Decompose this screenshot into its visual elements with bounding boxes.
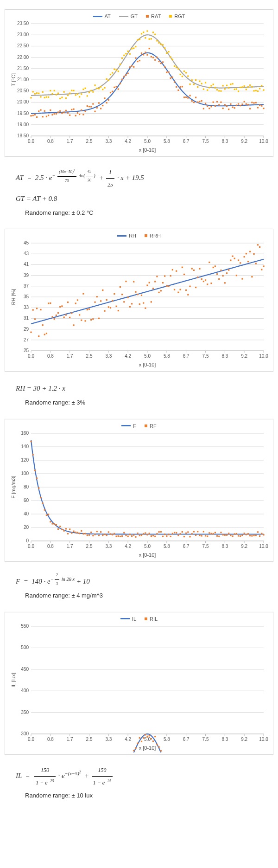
svg-rect-174 [34, 93, 36, 95]
svg-rect-385 [110, 307, 111, 309]
svg-rect-582 [166, 535, 167, 537]
svg-rect-271 [222, 85, 224, 86]
svg-rect-344 [30, 332, 32, 333]
svg-rect-170 [261, 105, 262, 107]
svg-rect-183 [51, 93, 53, 95]
svg-rect-274 [228, 87, 229, 89]
svg-text:8.3: 8.3 [221, 139, 228, 144]
series-label: RF [150, 423, 157, 429]
legend: AT GT RAT RGT [9, 13, 269, 19]
svg-rect-527 [59, 526, 61, 527]
svg-rect-246 [174, 65, 175, 67]
svg-rect-384 [108, 307, 109, 308]
svg-rect-438 [213, 267, 214, 268]
svg-text:25: 25 [24, 348, 29, 353]
svg-rect-736 [151, 738, 152, 739]
svg-rect-84 [94, 111, 95, 112]
series-label: RIL [150, 616, 158, 622]
svg-text:2.5: 2.5 [86, 544, 93, 549]
svg-rect-110 [145, 51, 146, 53]
chart-svg: 0204060801001201401600.00.81.72.53.34.25… [9, 430, 268, 559]
svg-rect-518 [42, 502, 44, 504]
svg-text:21.50: 21.50 [17, 66, 29, 71]
svg-rect-101 [127, 73, 129, 74]
svg-text:23.50: 23.50 [17, 21, 29, 26]
svg-rect-148 [218, 104, 220, 105]
svg-rect-251 [183, 71, 185, 72]
svg-rect-572 [146, 534, 148, 535]
svg-rect-412 [162, 282, 164, 283]
svg-rect-362 [65, 315, 67, 316]
svg-rect-596 [193, 531, 195, 532]
svg-rect-95 [115, 86, 117, 87]
svg-rect-153 [228, 109, 229, 110]
svg-text:20.50: 20.50 [17, 88, 29, 93]
svg-rect-379 [98, 318, 100, 319]
svg-text:20: 20 [24, 525, 29, 530]
svg-rect-534 [73, 530, 74, 532]
svg-rect-254 [189, 84, 190, 85]
chart-humidity: RH RRH 25272931333537394143450.00.81.72.… [5, 229, 273, 372]
svg-rect-405 [149, 282, 150, 283]
chart-svg: 18.5019.0019.5020.0020.5021.0021.5022.00… [9, 20, 268, 154]
svg-text:22.50: 22.50 [17, 43, 29, 48]
svg-rect-426 [189, 286, 190, 287]
svg-rect-275 [230, 84, 231, 85]
svg-rect-530 [65, 528, 67, 529]
svg-rect-131 [185, 96, 187, 98]
svg-text:4.2: 4.2 [125, 544, 131, 549]
svg-rect-520 [46, 514, 47, 516]
svg-text:80: 80 [24, 484, 29, 489]
svg-rect-455 [246, 253, 247, 255]
svg-rect-609 [218, 536, 220, 537]
svg-rect-149 [220, 102, 221, 103]
svg-rect-244 [170, 56, 171, 58]
svg-rect-349 [40, 309, 41, 310]
svg-rect-395 [129, 306, 131, 308]
svg-rect-67 [61, 112, 63, 114]
legend: F RF [9, 423, 269, 429]
svg-text:2.5: 2.5 [86, 737, 93, 742]
svg-rect-555 [114, 533, 115, 534]
svg-rect-291 [261, 85, 262, 86]
svg-rect-368 [77, 300, 78, 301]
svg-rect-411 [160, 290, 162, 292]
svg-text:3.3: 3.3 [105, 354, 112, 359]
svg-rect-549 [102, 534, 103, 536]
svg-rect-112 [149, 48, 150, 49]
svg-rect-61 [50, 109, 51, 111]
svg-rect-376 [92, 319, 94, 320]
svg-rect-128 [180, 86, 181, 88]
svg-rect-70 [67, 112, 69, 114]
svg-text:x [0-10]: x [0-10] [139, 552, 156, 558]
svg-rect-592 [185, 533, 187, 534]
svg-rect-137 [197, 102, 198, 103]
svg-rect-423 [183, 274, 185, 275]
svg-rect-524 [54, 523, 55, 525]
svg-rect-114 [152, 57, 154, 58]
svg-rect-463 [261, 269, 262, 270]
svg-rect-392 [123, 301, 125, 302]
svg-rect-532 [69, 528, 70, 530]
svg-rect-284 [247, 86, 249, 88]
svg-rect-121 [166, 71, 167, 73]
svg-rect-410 [158, 292, 160, 293]
svg-text:0: 0 [26, 538, 29, 543]
svg-rect-729 [137, 743, 138, 744]
svg-rect-89 [104, 97, 105, 99]
svg-rect-180 [46, 96, 47, 98]
equation-block: IL = 1501 − e−25 · e−(x−5)2 + 1501 − e−2… [5, 761, 273, 811]
svg-rect-427 [191, 268, 193, 270]
svg-rect-113 [151, 56, 152, 58]
svg-rect-281 [241, 86, 243, 88]
svg-rect-207 [98, 88, 100, 89]
svg-text:3.3: 3.3 [105, 737, 112, 742]
svg-rect-248 [177, 68, 179, 70]
svg-text:0.0: 0.0 [28, 139, 34, 144]
svg-rect-65 [57, 111, 59, 113]
svg-text:22.00: 22.00 [17, 55, 29, 60]
svg-rect-74 [75, 115, 76, 116]
svg-rect-63 [54, 113, 55, 115]
svg-rect-738 [154, 736, 156, 737]
svg-rect-259 [199, 80, 200, 82]
